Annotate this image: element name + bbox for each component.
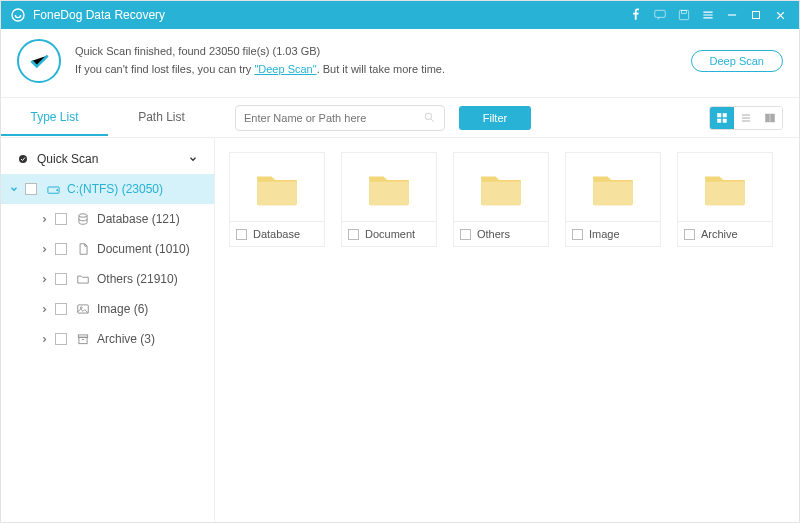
folder-label: Document xyxy=(365,228,415,240)
tree-item-label: Database (121) xyxy=(97,212,180,226)
hint-prefix: If you can't find lost files, you can tr… xyxy=(75,63,254,75)
folder-label: Database xyxy=(253,228,300,240)
status-dot-icon xyxy=(15,151,31,167)
chevron-right-icon[interactable] xyxy=(37,275,51,284)
folder-grid: Database Document Others Image Archive xyxy=(215,138,799,522)
svg-point-14 xyxy=(56,189,57,190)
search-box[interactable] xyxy=(235,105,445,131)
tree-item-label: Image (6) xyxy=(97,302,148,316)
folder-icon xyxy=(703,171,747,207)
checkbox[interactable] xyxy=(25,183,37,195)
checkbox[interactable] xyxy=(55,303,67,315)
deep-scan-button[interactable]: Deep Scan xyxy=(691,50,783,72)
folder-card-others[interactable]: Others xyxy=(453,152,549,247)
svg-point-0 xyxy=(12,9,24,21)
summary-count: 23050 xyxy=(209,45,240,57)
view-mode-switch xyxy=(709,106,783,130)
tree-item-database[interactable]: Database (121) xyxy=(1,204,214,234)
document-icon xyxy=(75,241,91,257)
scan-summary-banner: Quick Scan finished, found 23050 file(s)… xyxy=(1,29,799,98)
check-circle-icon xyxy=(17,39,61,83)
folder-label: Image xyxy=(589,228,620,240)
tree-item-document[interactable]: Document (1010) xyxy=(1,234,214,264)
folder-card-database[interactable]: Database xyxy=(229,152,325,247)
tree-item-others[interactable]: Others (21910) xyxy=(1,264,214,294)
save-icon[interactable] xyxy=(673,4,695,26)
svg-rect-8 xyxy=(718,119,722,123)
svg-point-12 xyxy=(19,155,27,163)
view-detail-button[interactable] xyxy=(758,107,782,129)
tree-item-label: Archive (3) xyxy=(97,332,155,346)
app-logo-icon xyxy=(9,6,27,24)
archive-icon xyxy=(75,331,91,347)
tree-root-quick-scan[interactable]: Quick Scan xyxy=(1,144,214,174)
view-grid-button[interactable] xyxy=(710,107,734,129)
svg-rect-4 xyxy=(753,12,760,19)
toolbar: Type List Path List Filter xyxy=(1,98,799,138)
titlebar: FoneDog Data Recovery xyxy=(1,1,799,29)
minimize-icon[interactable] xyxy=(721,4,743,26)
filter-button[interactable]: Filter xyxy=(459,106,531,130)
checkbox[interactable] xyxy=(460,229,471,240)
folder-icon xyxy=(367,171,411,207)
tree-item-archive[interactable]: Archive (3) xyxy=(1,324,214,354)
tab-type-list[interactable]: Type List xyxy=(1,100,108,136)
folder-label: Archive xyxy=(701,228,738,240)
menu-icon[interactable] xyxy=(697,4,719,26)
summary-suffix: ) xyxy=(317,45,321,57)
checkbox[interactable] xyxy=(348,229,359,240)
tree-item-label: Document (1010) xyxy=(97,242,190,256)
list-mode-tabs: Type List Path List xyxy=(1,100,215,136)
maximize-icon[interactable] xyxy=(745,4,767,26)
folder-icon xyxy=(479,171,523,207)
folder-card-image[interactable]: Image xyxy=(565,152,661,247)
summary-size: 1.03 GB xyxy=(276,45,316,57)
content-body: Quick Scan C:(NTFS) (23050) Database (12… xyxy=(1,138,799,522)
view-list-button[interactable] xyxy=(734,107,758,129)
folder-icon xyxy=(75,271,91,287)
svg-point-15 xyxy=(79,214,87,218)
svg-rect-10 xyxy=(766,114,770,122)
checkbox[interactable] xyxy=(236,229,247,240)
search-input[interactable] xyxy=(244,112,423,124)
chevron-right-icon[interactable] xyxy=(37,245,51,254)
close-icon[interactable] xyxy=(769,4,791,26)
folder-icon xyxy=(255,171,299,207)
folder-card-archive[interactable]: Archive xyxy=(677,152,773,247)
svg-rect-19 xyxy=(79,337,87,343)
chevron-right-icon[interactable] xyxy=(37,215,51,224)
svg-point-5 xyxy=(425,113,432,120)
app-title: FoneDog Data Recovery xyxy=(33,8,165,22)
checkbox[interactable] xyxy=(55,243,67,255)
drive-icon xyxy=(45,181,61,197)
feedback-icon[interactable] xyxy=(649,4,671,26)
hint-suffix: . But it will take more time. xyxy=(317,63,445,75)
deep-scan-link[interactable]: "Deep Scan" xyxy=(254,63,316,75)
svg-rect-2 xyxy=(679,10,688,19)
folder-card-document[interactable]: Document xyxy=(341,152,437,247)
chevron-right-icon[interactable] xyxy=(37,305,51,314)
facebook-icon[interactable] xyxy=(625,4,647,26)
checkbox[interactable] xyxy=(55,213,67,225)
chevron-down-icon[interactable] xyxy=(186,154,200,164)
sidebar-tree: Quick Scan C:(NTFS) (23050) Database (12… xyxy=(1,138,215,522)
tree-item-image[interactable]: Image (6) xyxy=(1,294,214,324)
scan-summary-text: Quick Scan finished, found 23050 file(s)… xyxy=(75,43,445,78)
chevron-down-icon[interactable] xyxy=(7,184,21,194)
tree-root-label: Quick Scan xyxy=(37,152,98,166)
svg-rect-6 xyxy=(718,113,722,117)
tree-drive-c[interactable]: C:(NTFS) (23050) xyxy=(1,174,214,204)
svg-rect-7 xyxy=(723,113,727,117)
svg-rect-3 xyxy=(682,10,687,13)
folder-label: Others xyxy=(477,228,510,240)
chevron-right-icon[interactable] xyxy=(37,335,51,344)
checkbox[interactable] xyxy=(55,333,67,345)
search-icon xyxy=(423,111,436,124)
checkbox[interactable] xyxy=(55,273,67,285)
tab-path-list[interactable]: Path List xyxy=(108,100,215,136)
checkbox[interactable] xyxy=(572,229,583,240)
tree-drive-label: C:(NTFS) (23050) xyxy=(67,182,163,196)
tree-item-label: Others (21910) xyxy=(97,272,178,286)
checkbox[interactable] xyxy=(684,229,695,240)
svg-rect-1 xyxy=(655,10,666,17)
